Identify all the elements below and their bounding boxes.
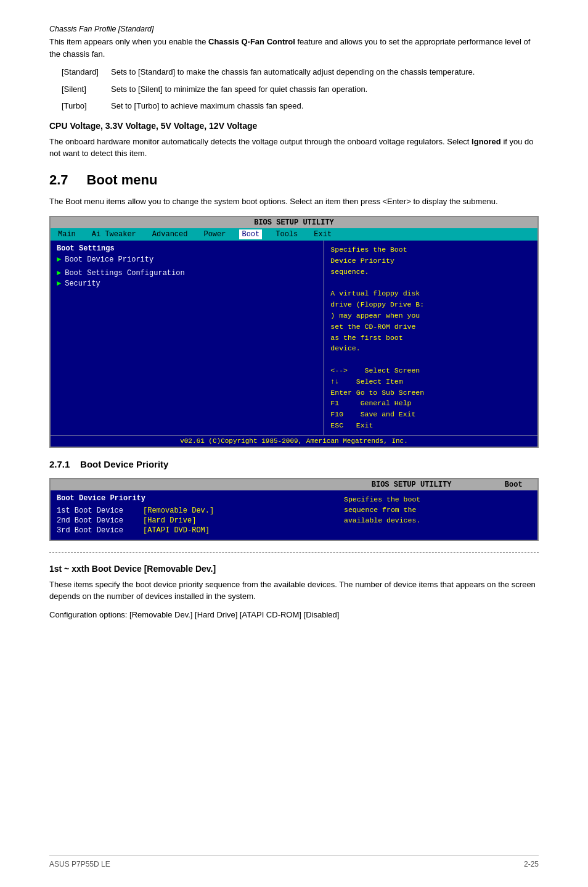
arrow-icon: ► [57,255,61,264]
bios-footer: v02.61 (C)Copyright 1985-2009, American … [51,435,537,447]
chassis-fan-list: [Standard] Sets to [Standard] to make th… [62,66,539,112]
dashed-separator [49,552,539,553]
bios-small-right: Specifies the boot sequence from the ava… [338,494,531,536]
bios-small-body: Boot Device Priority 1st Boot Device [Re… [51,490,537,540]
turbo-desc: Set to [Turbo] to achieve maximum chassi… [111,100,539,112]
1st-device-value: [Removable Dev.] [143,506,214,515]
bios-item-boot-device-priority[interactable]: ► Boot Device Priority [57,255,317,264]
arrow-icon-2: ► [57,269,61,278]
bios-device-2nd[interactable]: 2nd Boot Device [Hard Drive] [57,516,338,525]
bios-body: Boot Settings ► Boot Device Priority ► B… [51,241,537,435]
2nd-device-value: [Hard Drive] [143,516,196,525]
bios-small-title-bar: BIOS SETUP UTILITY Boot [51,479,537,490]
first-xxth-text2: Configuration options: [Removable Dev.] … [49,609,539,621]
chapter-number: 2.7 [49,172,68,188]
bios-device-3rd[interactable]: 3rd Boot Device [ATAPI DVD-ROM] [57,526,338,535]
bios-help-text: Specifies the Boot Device Priority seque… [330,244,531,431]
boot-menu-intro: The Boot menu items allow you to change … [49,196,539,208]
standard-desc: Sets to [Standard] to make the chassis f… [111,66,539,78]
first-xxth-heading: 1st ~ xxth Boot Device [Removable Dev.] [49,564,539,574]
bios-small-section-label: Boot Device Priority [57,494,338,503]
bios-boot-settings-config-text: Boot Settings Configuration [65,269,184,278]
bios-title: BIOS SETUP UTILITY [51,217,537,228]
silent-desc: Sets to [Silent] to minimize the fan spe… [111,83,539,96]
chassis-fan-intro: This item appears only when you enable t… [49,36,539,60]
bios-screen-small: BIOS SETUP UTILITY Boot Boot Device Prio… [49,478,539,541]
bios-boot-device-priority-text: Boot Device Priority [65,255,153,264]
bios-menu-aitweaker[interactable]: Ai Tweaker [89,229,139,239]
3rd-device-label: 3rd Boot Device [57,526,143,535]
boot-device-priority-heading: 2.7.1 Boot Device Priority [49,459,539,469]
bios-item-security[interactable]: ► Security [57,279,317,288]
1st-device-label: 1st Boot Device [57,506,143,515]
first-xxth-text1: These items specify the boot device prio… [49,579,539,603]
bios-security-text: Security [65,279,100,288]
bios-menu-tools[interactable]: Tools [273,229,300,239]
cpu-voltage-heading: CPU Voltage, 3.3V Voltage, 5V Voltage, 1… [49,121,539,131]
footer-left: ASUS P7P55D LE [49,860,110,868]
bios-screen-main: BIOS SETUP UTILITY Main Ai Tweaker Advan… [49,216,539,448]
turbo-label: [Turbo] [62,100,111,112]
list-item-silent: [Silent] Sets to [Silent] to minimize th… [62,83,539,96]
bios-menu-advanced[interactable]: Advanced [150,229,190,239]
3rd-device-value: [ATAPI DVD-ROM] [143,526,210,535]
boot-menu-chapter: 2.7 Boot menu [49,172,539,188]
list-item-turbo: [Turbo] Set to [Turbo] to achieve maximu… [62,100,539,112]
bios-menu-exit[interactable]: Exit [311,229,334,239]
bios-small-left: Boot Device Priority 1st Boot Device [Re… [57,494,338,536]
bios-device-1st[interactable]: 1st Boot Device [Removable Dev.] [57,506,338,515]
footer-right: 2-25 [524,860,539,868]
standard-label: [Standard] [62,66,111,78]
silent-label: [Silent] [62,83,111,96]
list-item-standard: [Standard] Sets to [Standard] to make th… [62,66,539,78]
bios-menu-power[interactable]: Power [201,229,228,239]
cpu-voltage-text: The onboard hardware monitor automatical… [49,136,539,160]
2nd-device-label: 2nd Boot Device [57,516,143,525]
bios-menu-bar: Main Ai Tweaker Advanced Power Boot Tool… [51,228,537,241]
bios-item-boot-settings-config[interactable]: ► Boot Settings Configuration [57,269,317,278]
arrow-icon-3: ► [57,279,61,288]
bios-right-panel: Specifies the Boot Device Priority seque… [324,241,537,435]
chassis-fan-heading: Chassis Fan Profile [Standard] [49,25,539,33]
bios-left-panel: Boot Settings ► Boot Device Priority ► B… [51,241,324,435]
bios-boot-settings-label: Boot Settings [57,244,317,253]
bios-small-help-text: Specifies the boot sequence from the ava… [344,495,420,525]
chapter-title: Boot menu [87,172,158,188]
page-footer: ASUS P7P55D LE 2-25 [49,856,539,868]
bios-menu-boot[interactable]: Boot [239,229,262,239]
bios-menu-main[interactable]: Main [55,229,78,239]
